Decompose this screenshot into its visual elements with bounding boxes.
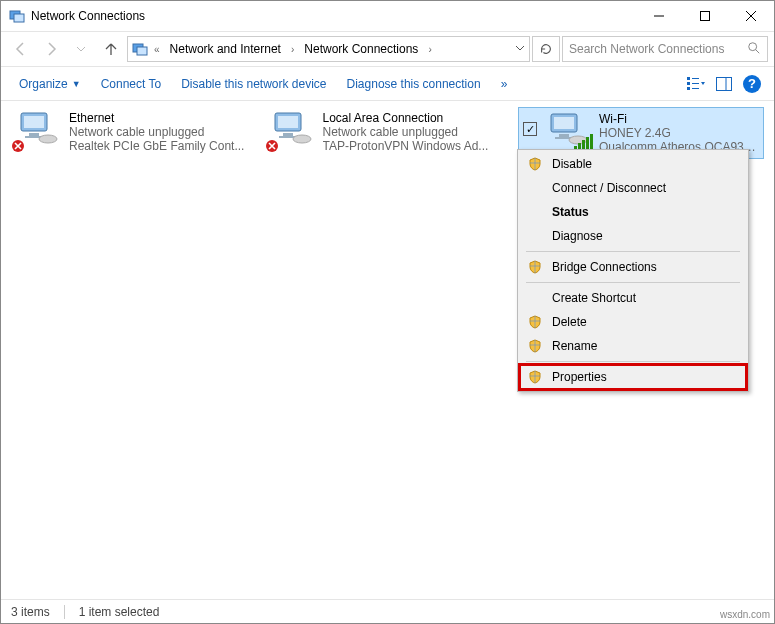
selected-count: 1 item selected [79,605,160,619]
address-bar[interactable]: « Network and Internet › Network Connect… [127,36,530,62]
recent-dropdown[interactable] [67,35,95,63]
connection-status: HONEY 2.4G [599,126,759,140]
chevron-right-icon[interactable]: › [426,44,433,55]
menu-item-diagnose[interactable]: Diagnose [520,224,746,248]
svg-rect-19 [24,116,44,128]
chevron-down-icon: ▼ [72,79,81,89]
window-title: Network Connections [31,9,636,23]
command-bar: Organize▼ Connect To Disable this networ… [1,67,774,101]
context-menu: DisableConnect / DisconnectStatusDiagnos… [517,149,749,392]
items-count: 3 items [11,605,50,619]
address-dropdown-icon[interactable] [515,42,525,56]
svg-point-22 [39,135,57,143]
svg-rect-25 [278,116,298,128]
connection-status: Network cable unplugged [69,125,251,139]
svg-rect-26 [283,133,293,136]
chevron-right-icon[interactable]: › [289,44,296,55]
svg-line-9 [756,49,760,53]
svg-rect-16 [717,77,732,90]
close-button[interactable] [728,1,774,31]
connection-name: Wi-Fi [599,112,759,126]
menu-icon-empty [526,179,544,197]
menu-item-status[interactable]: Status [520,200,746,224]
menu-separator [526,282,740,283]
breadcrumb-parent[interactable]: Network and Internet [166,40,285,58]
svg-rect-12 [687,87,690,90]
connection-status: Network cable unplugged [323,125,505,139]
menu-item-disable[interactable]: Disable [520,152,746,176]
menu-item-label: Create Shortcut [552,291,736,305]
shield-icon [526,337,544,355]
minimize-button[interactable] [636,1,682,31]
forward-button[interactable] [37,35,65,63]
connection-adapter: TAP-ProtonVPN Windows Ad... [323,139,505,153]
menu-item-properties[interactable]: Properties [520,365,746,389]
watermark: wsxdn.com [720,609,770,620]
back-button[interactable] [7,35,35,63]
network-adapter-icon [15,111,63,149]
menu-item-label: Properties [552,370,736,384]
disable-device-button[interactable]: Disable this network device [171,71,336,97]
menu-item-bridge-connections[interactable]: Bridge Connections [520,255,746,279]
connection-item[interactable]: Local Area Connection Network cable unpl… [265,107,509,159]
menu-item-label: Diagnose [552,229,736,243]
menu-item-label: Connect / Disconnect [552,181,736,195]
up-button[interactable] [97,35,125,63]
svg-point-8 [749,42,757,50]
svg-rect-10 [687,77,690,80]
help-button[interactable]: ? [738,71,766,97]
menu-item-create-shortcut[interactable]: Create Shortcut [520,286,746,310]
menu-item-rename[interactable]: Rename [520,334,746,358]
menu-item-label: Disable [552,157,736,171]
menu-item-label: Delete [552,315,736,329]
menu-icon-empty [526,289,544,307]
diagnose-button[interactable]: Diagnose this connection [337,71,491,97]
window-icon [9,8,25,24]
menu-item-connect-disconnect[interactable]: Connect / Disconnect [520,176,746,200]
connection-item[interactable]: Ethernet Network cable unplugged Realtek… [11,107,255,159]
search-placeholder: Search Network Connections [569,42,747,56]
connection-adapter: Realtek PCIe GbE Family Cont... [69,139,251,153]
menu-icon-empty [526,227,544,245]
search-input[interactable]: Search Network Connections [562,36,768,62]
menu-item-label: Bridge Connections [552,260,736,274]
menu-item-delete[interactable]: Delete [520,310,746,334]
shield-icon [526,258,544,276]
menu-icon-empty [526,203,544,221]
menu-item-label: Rename [552,339,736,353]
svg-rect-31 [554,117,574,129]
menu-separator [526,251,740,252]
shield-icon [526,313,544,331]
shield-icon [526,155,544,173]
nav-bar: « Network and Internet › Network Connect… [1,31,774,67]
address-icon [132,41,148,57]
shield-icon [526,368,544,386]
maximize-button[interactable] [682,1,728,31]
breadcrumb-overflow[interactable]: « [152,44,162,55]
status-separator [64,605,65,619]
organize-menu[interactable]: Organize▼ [9,71,91,97]
svg-rect-32 [559,134,569,137]
menu-separator [526,361,740,362]
network-adapter-icon [269,111,317,149]
breadcrumb-current[interactable]: Network Connections [300,40,422,58]
error-icon [265,139,279,153]
title-bar: Network Connections [1,1,774,31]
refresh-button[interactable] [532,36,560,62]
content-area: Ethernet Network cable unplugged Realtek… [1,101,774,591]
svg-rect-3 [701,12,710,21]
status-bar: 3 items 1 item selected wsxdn.com [1,599,774,623]
error-icon [11,139,25,153]
svg-rect-20 [29,133,39,136]
connect-to-button[interactable]: Connect To [91,71,172,97]
menu-item-label: Status [552,205,736,219]
search-icon [747,41,761,58]
svg-rect-11 [687,82,690,85]
selection-checkbox[interactable]: ✓ [523,122,537,136]
preview-pane-button[interactable] [710,71,738,97]
svg-rect-1 [14,14,24,22]
command-overflow[interactable]: » [491,71,518,97]
svg-rect-7 [137,47,147,55]
network-adapter-icon [545,112,593,150]
view-options-button[interactable] [682,71,710,97]
